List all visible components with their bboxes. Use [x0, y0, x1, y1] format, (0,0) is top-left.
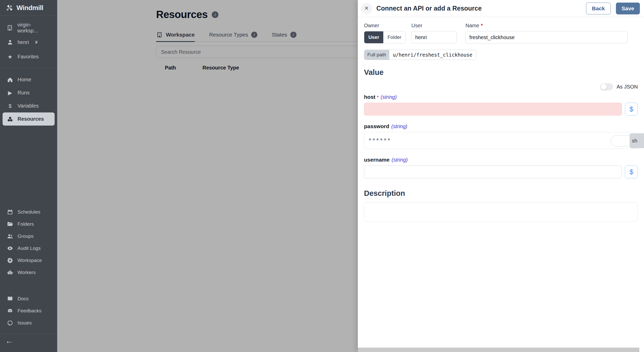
nav-label: Issues — [18, 320, 32, 326]
sidebar-item-workspace-switcher[interactable]: virgin-worksp... — [0, 21, 57, 35]
toggle-knob — [601, 84, 607, 90]
host-label: host — [364, 94, 375, 100]
dollar-icon: $ — [7, 103, 13, 109]
nav-label: Home — [18, 77, 31, 83]
gear-icon — [7, 257, 13, 263]
dollar-icon: $ — [630, 105, 633, 113]
drawer-title: Connect an API or add a Resource — [376, 5, 582, 12]
robot-icon — [7, 269, 13, 276]
sidebar-item-runs[interactable]: ▶ Runs — [0, 86, 57, 99]
brand-name: Windmill — [16, 4, 43, 12]
sidebar-item-audit-logs[interactable]: Audit Logs — [0, 242, 57, 254]
sidebar-divider — [0, 68, 57, 68]
sidebar: Windmill virgin-worksp... henri ♛ ★ Favo… — [0, 0, 57, 352]
sidebar-user-section: virgin-worksp... henri ♛ ★ Favorites — [0, 21, 57, 64]
sidebar-item-issues[interactable]: Issues — [0, 317, 57, 329]
user-input[interactable] — [411, 31, 457, 43]
name-label: Name* — [465, 23, 638, 29]
value-heading: Value — [364, 68, 638, 77]
nav-label: Feedbacks — [18, 308, 41, 314]
close-button[interactable]: × — [361, 3, 372, 14]
drawer-body: Owner User Folder User Name* Full path — [358, 17, 644, 348]
sidebar-item-home[interactable]: Home — [0, 73, 57, 86]
host-input[interactable] — [364, 103, 622, 116]
host-type: (string) — [381, 94, 397, 100]
username-input[interactable] — [364, 165, 622, 178]
user-label: User — [411, 23, 457, 29]
sidebar-item-feedbacks[interactable]: Feedbacks — [0, 305, 57, 317]
nav-label: Variables — [18, 103, 39, 109]
description-textarea[interactable] — [364, 202, 638, 222]
user-icon — [7, 39, 13, 45]
password-field: password(string) sh — [364, 123, 638, 149]
sidebar-nav: Home ▶ Runs $ Variables Resources — [0, 73, 57, 126]
username-field: username(string) $ — [364, 157, 638, 178]
sidebar-item-schedules[interactable]: Schedules — [0, 206, 57, 218]
nav-label: Resources — [18, 116, 44, 122]
name-input[interactable] — [465, 31, 628, 43]
calendar-icon — [7, 209, 13, 215]
discord-icon — [7, 308, 13, 314]
password-box: sh — [364, 132, 638, 149]
host-field: host*(string) $ — [364, 94, 638, 116]
workspace-name: virgin-worksp... — [17, 22, 50, 34]
horizontal-scrollbar[interactable] — [358, 348, 639, 352]
home-icon — [7, 77, 13, 83]
github-icon — [7, 320, 13, 326]
sidebar-item-docs[interactable]: Docs — [0, 293, 57, 305]
user-field: User — [411, 23, 457, 43]
building-icon — [7, 25, 13, 31]
close-icon: × — [365, 4, 369, 12]
owner-option-folder[interactable]: Folder — [383, 31, 405, 43]
star-icon: ★ — [7, 54, 13, 59]
sidebar-item-workspace-settings[interactable]: Workspace — [0, 254, 57, 266]
sidebar-item-workers[interactable]: Workers — [0, 266, 57, 278]
sidebar-item-favorites[interactable]: ★ Favorites — [0, 49, 57, 64]
password-input[interactable] — [364, 132, 638, 149]
nav-label: Runs — [18, 90, 30, 96]
username-type: (string) — [392, 157, 408, 163]
full-path-value: u/henri/freshest_clickhouse — [389, 50, 476, 60]
collapse-sidebar-button[interactable]: ← — [5, 337, 13, 345]
save-button[interactable]: Save — [616, 3, 640, 14]
name-field: Name* — [465, 23, 638, 43]
host-variable-picker-button[interactable]: $ — [625, 103, 638, 116]
brand[interactable]: Windmill — [0, 0, 57, 16]
sidebar-links-nav: Docs Feedbacks Issues — [0, 293, 57, 329]
full-path-label: Full path — [364, 50, 389, 60]
boxes-icon — [7, 116, 13, 122]
owner-option-user[interactable]: User — [364, 31, 383, 43]
owner-label: Owner — [364, 23, 406, 29]
owner-field: Owner User Folder — [364, 23, 406, 43]
back-button[interactable]: Back — [586, 3, 611, 14]
sidebar-item-groups[interactable]: Groups — [0, 230, 57, 242]
password-type: (string) — [391, 124, 407, 129]
as-json-toggle[interactable] — [600, 83, 613, 90]
nav-label: Docs — [18, 296, 29, 302]
owner-row: Owner User Folder User Name* — [364, 23, 638, 43]
nav-label: Audit Logs — [18, 245, 41, 251]
dollar-icon: $ — [630, 168, 633, 176]
nav-label: Workspace — [18, 258, 42, 263]
book-icon — [7, 296, 13, 302]
sidebar-item-user[interactable]: henri ♛ — [0, 35, 57, 49]
sidebar-item-resources[interactable]: Resources — [3, 112, 55, 126]
password-show-button[interactable]: sh — [630, 133, 644, 148]
eye-icon — [7, 245, 13, 251]
nav-label: Groups — [18, 233, 33, 239]
username-label: username — [364, 157, 389, 163]
scrollbar-corner — [639, 348, 644, 352]
drawer-header: × Connect an API or add a Resource Back … — [358, 0, 644, 17]
full-path: Full path u/henri/freshest_clickhouse — [364, 50, 476, 60]
as-json-label: As JSON — [617, 84, 638, 90]
crown-icon: ♛ — [35, 40, 38, 45]
sidebar-item-folders[interactable]: Folders — [0, 218, 57, 230]
sidebar-item-variables[interactable]: $ Variables — [0, 99, 57, 112]
as-json-row: As JSON — [364, 83, 638, 90]
folder-icon — [7, 221, 13, 227]
password-label: password — [364, 123, 389, 129]
username-variable-picker-button[interactable]: $ — [625, 165, 638, 178]
resource-drawer: × Connect an API or add a Resource Back … — [358, 0, 644, 352]
windmill-logo-icon — [5, 4, 13, 12]
sidebar-divider — [0, 334, 57, 334]
